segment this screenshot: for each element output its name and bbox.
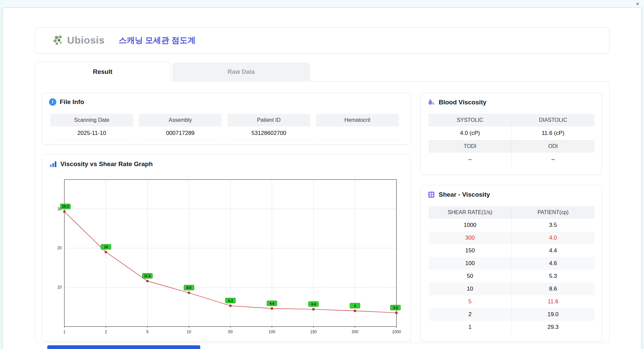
diastolic-value: 11.6 (cP) (512, 127, 594, 140)
bottom-partial-bar (47, 345, 200, 349)
systolic-label: SYSTOLIC (429, 114, 512, 127)
window-titlebar: × (0, 0, 644, 7)
svg-text:11.6: 11.6 (144, 274, 151, 278)
tab-raw-data-label: Raw Data (227, 68, 255, 76)
table-row: – – (429, 153, 594, 166)
shear-rate-cell: 2 (429, 308, 512, 321)
svg-text:10: 10 (57, 285, 62, 290)
shear-rate-cell: 10 (429, 283, 512, 295)
blood-viscosity-card: Blood Viscosity SYSTOLIC DIASTOLIC 4.0 (… (420, 93, 602, 175)
svg-text:150: 150 (310, 330, 317, 334)
info-icon: i (49, 98, 56, 106)
svg-text:300: 300 (352, 330, 358, 334)
patient-cell: 5.3 (512, 270, 594, 283)
table-row: 1 29.3 (429, 321, 594, 334)
svg-text:5: 5 (146, 330, 149, 334)
patient-cell: 4.6 (512, 257, 594, 270)
logo-text: Ubiosis (67, 35, 105, 46)
shear-rate-cell: 50 (429, 270, 512, 283)
table-row: SYSTOLIC DIASTOLIC (429, 114, 594, 127)
table-row: 100 4.6 (429, 257, 594, 270)
shear-rate-cell: 100 (429, 257, 512, 270)
table-row: TODI ODI (429, 140, 594, 153)
column-shear-rate: SHEAR RATE(1/s) (429, 206, 512, 219)
svg-text:3.5: 3.5 (393, 306, 398, 310)
patient-cell: 3.5 (512, 219, 594, 232)
svg-text:4: 4 (354, 304, 356, 308)
field-assembly: Assembly 000717289 (139, 114, 222, 140)
svg-text:100: 100 (269, 330, 275, 334)
field-value: 53128602700 (227, 127, 310, 140)
table-row: 10 8.6 (429, 283, 594, 295)
logo: Ubiosis (53, 34, 105, 46)
patient-cell: 19.0 (512, 308, 594, 321)
field-label: Hematocrit (316, 114, 399, 127)
viscosity-chart: 1020301251050100150300100029.31911.68.65… (52, 176, 404, 337)
file-info-title: File Info (60, 98, 84, 106)
field-value: 000717289 (139, 127, 222, 140)
svg-text:4.4: 4.4 (311, 302, 316, 306)
svg-text:29.3: 29.3 (62, 204, 69, 208)
table-row: 4.0 (cP) 11.6 (cP) (429, 127, 594, 140)
blood-viscosity-title: Blood Viscosity (439, 99, 486, 106)
field-value: 2025-11-10 (50, 127, 133, 140)
viscosity-graph-card: Viscosity vs Shear Rate Graph 1020301251… (42, 154, 411, 341)
tab-raw-data[interactable]: Raw Data (172, 63, 310, 81)
svg-text:2: 2 (105, 330, 107, 334)
field-label: Assembly (139, 114, 222, 127)
field-label: Patient ID (227, 114, 310, 127)
field-label: Scanning Date (50, 114, 133, 127)
field-value (316, 127, 399, 140)
table-header-row: SHEAR RATE(1/s) PATIENT(cp) (429, 206, 594, 219)
svg-text:19: 19 (104, 245, 108, 249)
field-hematocrit: Hematocrit (316, 114, 399, 140)
table-row: 2 19.0 (429, 308, 594, 321)
svg-text:8.6: 8.6 (186, 286, 192, 290)
shear-rate-cell: 1 (429, 321, 512, 334)
svg-text:1: 1 (63, 330, 66, 334)
odi-value: – (512, 153, 594, 166)
page-title: 스캐닝 모세관 점도계 (119, 35, 196, 46)
patient-cell: 4.4 (512, 244, 594, 257)
svg-text:4.6: 4.6 (269, 301, 274, 305)
field-scanning-date: Scanning Date 2025-11-10 (50, 114, 133, 140)
grid-table-icon (427, 191, 435, 199)
droplets-icon (427, 98, 435, 106)
diastolic-label: DIASTOLIC (512, 114, 594, 127)
tab-result-label: Result (93, 68, 112, 76)
patient-cell: 11.6 (512, 295, 594, 308)
shear-viscosity-title: Shear - Viscosity (439, 191, 490, 198)
svg-text:20: 20 (57, 246, 62, 250)
shear-rate-cell: 300 (429, 232, 512, 244)
bar-chart-icon (49, 160, 57, 168)
file-info-fields: Scanning Date 2025-11-10 Assembly 000717… (50, 114, 399, 140)
patient-cell: 8.6 (512, 283, 594, 295)
tab-result[interactable]: Result (35, 62, 170, 82)
table-row: 150 4.4 (429, 244, 594, 257)
blood-viscosity-table: SYSTOLIC DIASTOLIC 4.0 (cP) 11.6 (cP) TO… (429, 114, 594, 166)
shear-rate-cell: 150 (429, 244, 512, 257)
todi-label: TODI (429, 140, 512, 153)
table-row: 1000 3.5 (429, 219, 594, 232)
svg-text:5.3: 5.3 (228, 299, 233, 303)
logo-pinwheel-icon (53, 34, 65, 46)
todi-value: – (429, 153, 512, 166)
table-row: 5 11.6 (429, 295, 594, 308)
shear-rate-cell: 5 (429, 295, 512, 308)
svg-text:1000: 1000 (392, 330, 401, 334)
app-window: × Ubiosis 스캐닝 모세관 점도계 Result Raw Data i … (0, 0, 644, 349)
column-patient: PATIENT(cp) (512, 206, 594, 219)
odi-label: ODI (512, 140, 594, 153)
close-icon[interactable]: × (636, 1, 639, 7)
table-row: 50 5.3 (429, 270, 594, 283)
graph-title: Viscosity vs Shear Rate Graph (60, 160, 153, 168)
svg-text:10: 10 (187, 330, 192, 334)
field-patient-id: Patient ID 53128602700 (227, 114, 310, 140)
systolic-value: 4.0 (cP) (429, 127, 512, 140)
shear-viscosity-card: Shear - Viscosity SHEAR RATE(1/s) PATIEN… (420, 185, 602, 341)
file-info-card: i File Info Scanning Date 2025-11-10 Ass… (42, 93, 411, 145)
patient-cell: 29.3 (512, 321, 594, 334)
table-row: 300 4.0 (429, 232, 594, 244)
patient-cell: 4.0 (512, 232, 594, 244)
shear-viscosity-table: SHEAR RATE(1/s) PATIENT(cp) 1000 3.5 300… (429, 206, 594, 334)
